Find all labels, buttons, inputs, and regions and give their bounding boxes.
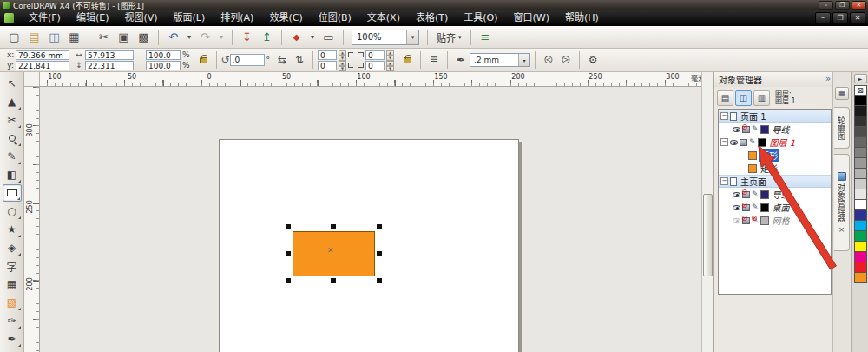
color-swatch[interactable] [854, 158, 867, 169]
layer-label[interactable]: 导线 [771, 188, 792, 201]
open-icon[interactable]: ▤ [25, 28, 43, 46]
selection-handle-nw[interactable] [286, 224, 291, 229]
scrollbar-thumb[interactable] [703, 194, 713, 276]
tab-close-icon[interactable]: × [838, 225, 845, 234]
launcher-dropdown-icon[interactable]: ▾ [307, 28, 318, 46]
rectangle-tool[interactable] [3, 184, 22, 202]
color-swatch[interactable] [854, 179, 867, 189]
selection-handle-e[interactable] [377, 251, 382, 256]
scale-h-field[interactable]: 100.0 [146, 50, 181, 60]
export-icon[interactable]: ↥ [258, 28, 276, 46]
edit-disabled-icon[interactable]: ✎ [752, 216, 759, 224]
doc-restore-button[interactable]: ❐ [832, 12, 848, 23]
selection-handle-n[interactable] [331, 224, 336, 229]
paste-icon[interactable]: ▩ [135, 28, 153, 46]
menu-window[interactable]: 窗口(W) [506, 10, 557, 26]
menu-layout[interactable]: 版面(L) [166, 10, 214, 26]
menu-text[interactable]: 文本(X) [359, 10, 408, 26]
tree-row-layer1[interactable]: − ✎ 图层 1 [719, 136, 831, 149]
doc-close-button[interactable]: ✕ [850, 12, 865, 23]
color-swatch[interactable] [854, 127, 867, 137]
zoom-tool[interactable] [3, 130, 22, 147]
print-disabled-icon[interactable] [742, 126, 750, 133]
corner-radius-br-field[interactable]: 0 [365, 61, 385, 70]
minimize-button[interactable]: – [819, 1, 833, 10]
print-icon[interactable] [740, 139, 747, 146]
mirror-vertical-icon[interactable]: ⇅ [291, 51, 308, 69]
menu-bitmaps[interactable]: 位图(B) [311, 10, 359, 26]
basic-shapes-tool[interactable]: ◈ [3, 239, 22, 256]
visibility-disabled-icon[interactable] [733, 218, 740, 223]
corner-radius-bl-field[interactable]: 0 [318, 61, 337, 70]
redo-icon[interactable]: ↷ [196, 28, 214, 46]
tree-row-rectangle[interactable]: 矩形 [719, 162, 831, 175]
smart-fill-tool[interactable]: ◧ [3, 166, 22, 183]
layer-label[interactable]: 导线 [771, 123, 792, 136]
corner-bl-spinner[interactable]: ▲▼ [339, 61, 346, 70]
order-back-icon[interactable]: ⧁ [557, 51, 575, 69]
doc-minimize-button[interactable]: – [815, 12, 831, 23]
snap-to-button[interactable]: 贴齐 ▾ [433, 30, 465, 44]
color-swatch[interactable] [854, 169, 867, 179]
visibility-icon[interactable] [733, 205, 740, 210]
selection-handle-ne[interactable] [377, 224, 382, 229]
corner-radius-tr-field[interactable]: 0 [365, 50, 385, 60]
ellipse-tool[interactable]: ○ [3, 203, 22, 220]
drawing-canvas[interactable]: ✕ [40, 87, 701, 352]
copy-icon[interactable]: ▣ [115, 28, 133, 46]
scale-v-field[interactable]: 100.0 [146, 61, 181, 70]
tree-row-desktop[interactable]: ✎ 桌面 [719, 201, 831, 214]
rotation-angle-field[interactable]: .0 [230, 54, 265, 66]
color-swatch[interactable] [854, 231, 867, 242]
tree-row-grid[interactable]: ✎ 网格 [719, 214, 831, 227]
corner-radius-tl-field[interactable]: 0 [318, 50, 337, 60]
selection-handle-w[interactable] [286, 251, 291, 256]
polygon-tool[interactable]: ★ [3, 221, 22, 238]
object-label[interactable]: 矩形 [759, 162, 779, 175]
color-swatch[interactable] [854, 106, 867, 116]
color-swatch[interactable] [854, 148, 867, 158]
wrap-text-icon[interactable]: ≣ [425, 51, 443, 69]
color-swatch[interactable] [854, 200, 867, 210]
palette-options-button[interactable]: ▦ [835, 87, 849, 100]
corner-lock-icon[interactable] [404, 57, 411, 63]
print-icon[interactable]: ▦ [65, 28, 83, 46]
outline-width-combo[interactable]: .2 mm ▾ [470, 53, 530, 67]
edit-icon[interactable]: ✎ [752, 125, 759, 133]
page-label[interactable]: 页面 1 [739, 110, 768, 123]
close-button[interactable]: ✕ [852, 1, 866, 10]
outline-tool[interactable]: ✒ [3, 330, 22, 348]
object-width-field[interactable]: 57.913 mm [85, 50, 134, 60]
tab-object-manager[interactable]: 对象管理器 × [834, 154, 850, 251]
print-disabled-icon[interactable] [742, 191, 750, 198]
color-swatch[interactable] [854, 189, 867, 200]
menu-tools[interactable]: 工具(O) [456, 10, 505, 26]
print-disabled-icon[interactable] [742, 217, 750, 224]
undo-icon[interactable]: ↶ [164, 28, 182, 46]
color-swatch[interactable] [854, 273, 867, 283]
table-tool[interactable]: ▦ [3, 276, 22, 293]
edit-across-layers-button[interactable]: ◫ [735, 90, 752, 106]
color-swatch[interactable] [854, 221, 867, 231]
interactive-blend-tool[interactable]: ▧ [3, 294, 22, 311]
new-document-icon[interactable]: ▢ [5, 28, 23, 46]
object-height-field[interactable]: 22.311 mm [85, 61, 134, 70]
color-swatch[interactable] [854, 262, 867, 273]
restore-button[interactable]: ❐ [835, 1, 850, 10]
menu-effects[interactable]: 效果(C) [261, 10, 310, 26]
save-icon[interactable]: ◫ [45, 28, 63, 46]
master-page-label[interactable]: 主页面 [739, 175, 768, 188]
menu-file[interactable]: 文件(F) [21, 10, 69, 26]
layer-label[interactable]: 网格 [771, 214, 792, 227]
redo-dropdown-icon[interactable]: ▾ [216, 28, 227, 46]
zoom-dropdown-icon[interactable]: ▾ [406, 30, 418, 44]
x-position-field[interactable]: 79.366 mm [16, 50, 69, 60]
y-position-field[interactable]: 221.841 mm [16, 61, 69, 70]
outline-dropdown-icon[interactable]: ▾ [518, 54, 529, 66]
layer-manager-view-button[interactable]: ▥ [753, 90, 770, 106]
selection-handle-s[interactable] [331, 278, 336, 283]
no-color-swatch[interactable]: ⊠ [854, 85, 867, 96]
edit-icon[interactable]: ✎ [752, 203, 759, 211]
tree-row-master-page[interactable]: − 主页面 [719, 175, 831, 188]
menu-view[interactable]: 视图(V) [116, 10, 165, 26]
